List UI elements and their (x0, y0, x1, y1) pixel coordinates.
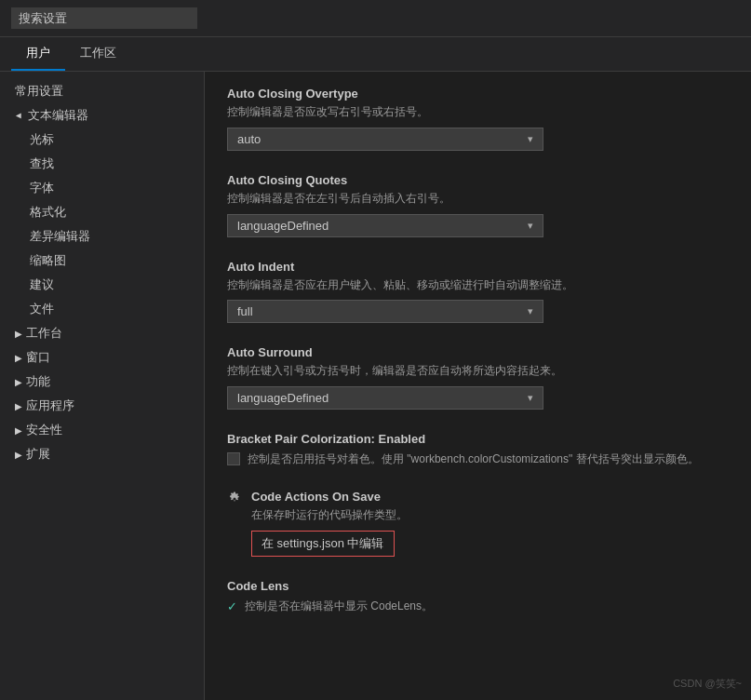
code-actions-content: Code Actions On Save 在保存时运行的代码操作类型。 在 se… (251, 490, 408, 557)
auto-indent-section: Auto Indent 控制编辑器是否应在用户键入、粘贴、移动或缩进行时自动调整… (227, 260, 729, 324)
code-actions-section: Code Actions On Save 在保存时运行的代码操作类型。 在 se… (227, 490, 729, 557)
sidebar: 常用设置 ▼ 文本编辑器 光标 查找 字体 格式化 差异编辑器 缩略图 建议 文… (0, 72, 205, 700)
sidebar-item-workbench-label: 工作台 (26, 325, 62, 342)
sidebar-item-find[interactable]: 查找 (0, 152, 204, 176)
sidebar-item-workbench[interactable]: ▶ 工作台 (0, 321, 204, 345)
edit-json-button[interactable]: 在 settings.json 中编辑 (251, 531, 395, 557)
auto-surround-dropdown[interactable]: languageDefined ▾ (227, 386, 543, 410)
gear-icon[interactable] (227, 491, 242, 509)
tabs-bar: 用户 工作区 (0, 37, 751, 72)
sidebar-item-font[interactable]: 字体 (0, 176, 204, 200)
sidebar-item-window-label: 窗口 (26, 349, 50, 366)
tab-workspace[interactable]: 工作区 (65, 37, 131, 71)
auto-closing-overtype-title: Auto Closing Overtype (227, 87, 729, 101)
sidebar-item-text-editor-label: 文本编辑器 (28, 107, 88, 124)
bracket-pair-section: Bracket Pair Colorization: Enabled 控制是否启… (227, 432, 729, 467)
code-actions-title: Code Actions On Save (251, 490, 408, 504)
sidebar-item-diff[interactable]: 差异编辑器 (0, 224, 204, 249)
auto-surround-title: Auto Surround (227, 345, 729, 359)
expand-arrow: ▼ (14, 111, 24, 120)
auto-surround-value: languageDefined (237, 391, 329, 405)
sidebar-item-files[interactable]: 文件 (0, 297, 204, 321)
auto-closing-overtype-value: auto (237, 132, 261, 146)
auto-surround-section: Auto Surround 控制在键入引号或方括号时，编辑器是否应自动将所选内容… (227, 345, 729, 410)
chevron-down-icon-4: ▾ (528, 392, 533, 404)
code-lens-row: ✓ 控制是否在编辑器中显示 CodeLens。 (227, 599, 729, 614)
bracket-pair-checkbox[interactable] (227, 452, 240, 465)
bracket-pair-desc: 控制是否启用括号对着色。使用 "workbench.colorCustomiza… (248, 451, 699, 467)
search-bar (0, 0, 751, 37)
sidebar-item-features[interactable]: ▶ 功能 (0, 370, 204, 394)
search-input[interactable] (11, 7, 197, 29)
auto-closing-quotes-title: Auto Closing Quotes (227, 173, 729, 187)
auto-closing-overtype-section: Auto Closing Overtype 控制编辑器是否应改写右引号或右括号。… (227, 87, 729, 151)
expand-arrow-security: ▶ (15, 425, 22, 436)
expand-arrow-features: ▶ (15, 377, 22, 387)
code-lens-desc: 控制是否在编辑器中显示 CodeLens。 (245, 599, 433, 614)
sidebar-item-application[interactable]: ▶ 应用程序 (0, 394, 204, 418)
auto-indent-value: full (237, 304, 253, 318)
auto-closing-quotes-dropdown[interactable]: languageDefined ▾ (227, 214, 543, 237)
expand-arrow-extensions: ▶ (15, 450, 22, 460)
code-lens-section: Code Lens ✓ 控制是否在编辑器中显示 CodeLens。 (227, 579, 729, 614)
code-lens-title: Code Lens (227, 579, 729, 593)
auto-surround-desc: 控制在键入引号或方括号时，编辑器是否应自动将所选内容括起来。 (227, 363, 729, 379)
sidebar-item-format[interactable]: 格式化 (0, 200, 204, 224)
auto-indent-title: Auto Indent (227, 260, 729, 274)
tab-user[interactable]: 用户 (11, 37, 65, 71)
chevron-down-icon-3: ▾ (528, 305, 533, 317)
sidebar-item-common[interactable]: 常用设置 (0, 79, 204, 103)
sidebar-item-features-label: 功能 (26, 373, 50, 390)
expand-arrow-application: ▶ (15, 401, 22, 411)
expand-arrow-window: ▶ (15, 353, 22, 363)
sidebar-item-extensions-label: 扩展 (26, 446, 50, 463)
auto-closing-overtype-dropdown[interactable]: auto ▾ (227, 128, 543, 151)
sidebar-item-text-editor[interactable]: ▼ 文本编辑器 (0, 103, 204, 128)
chevron-down-icon-2: ▾ (528, 220, 533, 232)
auto-indent-desc: 控制编辑器是否应在用户键入、粘贴、移动或缩进行时自动调整缩进。 (227, 277, 729, 293)
bracket-pair-row: 控制是否启用括号对着色。使用 "workbench.colorCustomiza… (227, 451, 729, 467)
auto-closing-quotes-value: languageDefined (237, 219, 329, 233)
sidebar-item-security-label: 安全性 (26, 422, 62, 438)
auto-closing-quotes-section: Auto Closing Quotes 控制编辑器是否在左引号后自动插入右引号。… (227, 173, 729, 237)
sidebar-item-window[interactable]: ▶ 窗口 (0, 345, 204, 370)
sidebar-item-minimap[interactable]: 缩略图 (0, 249, 204, 273)
expand-arrow-workbench: ▶ (15, 329, 22, 339)
code-actions-desc: 在保存时运行的代码操作类型。 (251, 507, 408, 523)
sidebar-item-security[interactable]: ▶ 安全性 (0, 418, 204, 442)
auto-closing-quotes-desc: 控制编辑器是否在左引号后自动插入右引号。 (227, 191, 729, 207)
sidebar-item-extensions[interactable]: ▶ 扩展 (0, 442, 204, 466)
main-layout: 常用设置 ▼ 文本编辑器 光标 查找 字体 格式化 差异编辑器 缩略图 建议 文… (0, 72, 751, 700)
auto-indent-dropdown[interactable]: full ▾ (227, 300, 543, 323)
bracket-pair-title: Bracket Pair Colorization: Enabled (227, 432, 729, 446)
chevron-down-icon: ▾ (528, 133, 533, 145)
sidebar-item-cursor[interactable]: 光标 (0, 128, 204, 152)
sidebar-item-application-label: 应用程序 (26, 397, 74, 414)
auto-closing-overtype-desc: 控制编辑器是否应改写右引号或右括号。 (227, 104, 729, 120)
check-icon: ✓ (227, 599, 237, 613)
content-area: Auto Closing Overtype 控制编辑器是否应改写右引号或右括号。… (205, 72, 751, 700)
watermark: CSDN @笑笑~ (673, 677, 742, 691)
sidebar-item-suggest[interactable]: 建议 (0, 273, 204, 297)
